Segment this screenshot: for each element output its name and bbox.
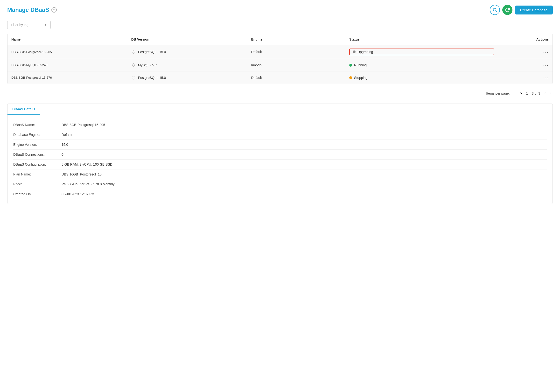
header-right: Create Database (490, 5, 553, 15)
detail-row: Price: Rs. 9.0/Hour or Rs. 6570.0 Monthl… (13, 179, 547, 189)
filter-section: Filter by tag ▼ (7, 21, 553, 29)
status-text: Running (354, 63, 367, 67)
tab-dbaas-details[interactable]: DBaaS Details (8, 104, 40, 115)
detail-value: Rs. 9.0/Hour or Rs. 6570.0 Monthly (61, 182, 114, 186)
database-icon (131, 76, 136, 80)
cell-actions: ··· (498, 45, 552, 59)
refresh-button[interactable] (502, 5, 512, 15)
detail-row: Created On: 03/Jul/2023 12:37 PM (13, 189, 547, 199)
cell-engine: Default (247, 45, 345, 59)
help-icon[interactable]: ? (51, 7, 57, 12)
detail-label: Price: (13, 182, 61, 186)
detail-value: Default (61, 133, 72, 137)
version-text: MySQL - 5.7 (138, 63, 157, 67)
detail-label: DBaaS Configuration: (13, 162, 61, 166)
page-header: Manage DBaaS ? Create Database (7, 5, 553, 15)
detail-row: Plan Name: DBS.16GB_Postgresql_15 (13, 170, 547, 179)
status-cell: Stopping (349, 76, 494, 80)
table-row[interactable]: DBS-8GB-Postgresql-15-205 PostgreSQL - 1… (8, 45, 552, 59)
refresh-icon (505, 8, 510, 12)
svg-line-1 (496, 11, 497, 12)
status-text: Stopping (354, 76, 367, 80)
detail-row: DBaaS Name: DBS-8GB-Postgresql-15-205 (13, 120, 547, 130)
detail-label: DBaaS Connections: (13, 152, 61, 156)
column-header-engine: Engine (247, 34, 345, 45)
create-database-button[interactable]: Create Database (515, 6, 553, 14)
column-header-actions: Actions (498, 34, 552, 45)
details-section: DBaaS Details DBaaS Name: DBS-8GB-Postgr… (7, 104, 553, 204)
chevron-down-icon: ▼ (44, 23, 47, 27)
cell-actions: ··· (498, 71, 552, 84)
pagination-nav: ‹ › (543, 90, 553, 96)
cell-name: DBS-8GB-Postgresql-15-205 (8, 45, 128, 59)
database-icon (131, 63, 136, 67)
status-upgrading-highlighted: Upgrading (349, 49, 494, 55)
cell-actions: ··· (498, 59, 552, 71)
detail-row: Engine Version: 15.0 (13, 140, 547, 150)
version-text: PostgreSQL - 15.0 (138, 76, 166, 80)
cell-status: Upgrading (345, 45, 498, 59)
status-dot (349, 64, 352, 67)
column-header-version: DB Version (128, 34, 247, 45)
items-per-page-select[interactable]: 5102550 (513, 90, 523, 96)
pagination: Items per page: 5102550 1 – 3 of 3 ‹ › (7, 88, 553, 99)
cell-version: PostgreSQL - 15.0 (128, 71, 247, 84)
column-header-name: Name (8, 34, 128, 45)
cell-version: PostgreSQL - 15.0 (128, 45, 247, 59)
cell-status: Stopping (345, 71, 498, 84)
detail-value: DBS.16GB_Postgresql_15 (61, 172, 102, 176)
detail-label: Plan Name: (13, 172, 61, 176)
cell-name: DBS-8GB-MySQL-57-248 (8, 59, 128, 71)
detail-label: DBaaS Name: (13, 123, 61, 127)
detail-value: DBS-8GB-Postgresql-15-205 (61, 123, 105, 127)
details-tabs: DBaaS Details (8, 104, 552, 115)
cell-status: Running (345, 59, 498, 71)
search-icon (492, 8, 497, 12)
database-icon (131, 50, 136, 54)
database-table: Name DB Version Engine Status Actions DB… (7, 34, 553, 84)
column-header-status: Status (345, 34, 498, 45)
table-row[interactable]: DBS-8GB-Postgresql-15-576 PostgreSQL - 1… (8, 71, 552, 84)
detail-row: DBaaS Connections: 0 (13, 150, 547, 160)
status-dot (353, 50, 356, 53)
table-row[interactable]: DBS-8GB-MySQL-57-248 MySQL - 5.7 Innodb … (8, 59, 552, 71)
detail-label: Database Engine: (13, 133, 61, 137)
cell-version: MySQL - 5.7 (128, 59, 247, 71)
filter-placeholder: Filter by tag (11, 23, 29, 27)
items-per-page-label: Items per page: (486, 91, 510, 95)
actions-menu-button[interactable]: ··· (543, 75, 549, 80)
status-text: Upgrading (358, 50, 373, 54)
page-title: Manage DBaaS (7, 7, 49, 13)
cell-engine: Innodb (247, 59, 345, 71)
cell-name: DBS-8GB-Postgresql-15-576 (8, 71, 128, 84)
header-left: Manage DBaaS ? (7, 7, 57, 13)
detail-label: Created On: (13, 192, 61, 196)
actions-menu-button[interactable]: ··· (543, 62, 549, 68)
table-header-row: Name DB Version Engine Status Actions (8, 34, 552, 45)
next-page-button[interactable]: › (548, 90, 553, 96)
filter-by-tag-dropdown[interactable]: Filter by tag ▼ (7, 21, 51, 29)
pagination-range: 1 – 3 of 3 (526, 91, 540, 95)
cell-engine: Default (247, 71, 345, 84)
status-dot (349, 76, 352, 79)
version-text: PostgreSQL - 15.0 (138, 50, 166, 54)
actions-menu-button[interactable]: ··· (543, 49, 549, 55)
status-cell: Running (349, 63, 494, 67)
search-button[interactable] (490, 5, 500, 15)
detail-row: DBaaS Configuration: 8 GB RAM, 2 vCPU, 1… (13, 160, 547, 170)
detail-value: 0 (61, 152, 63, 156)
detail-value: 15.0 (61, 143, 68, 147)
detail-value: 8 GB RAM, 2 vCPU, 100 GB SSD (61, 162, 112, 166)
detail-value: 03/Jul/2023 12:37 PM (61, 192, 94, 196)
detail-row: Database Engine: Default (13, 130, 547, 140)
details-body: DBaaS Name: DBS-8GB-Postgresql-15-205 Da… (8, 115, 552, 204)
detail-label: Engine Version: (13, 143, 61, 147)
prev-page-button[interactable]: ‹ (543, 90, 548, 96)
